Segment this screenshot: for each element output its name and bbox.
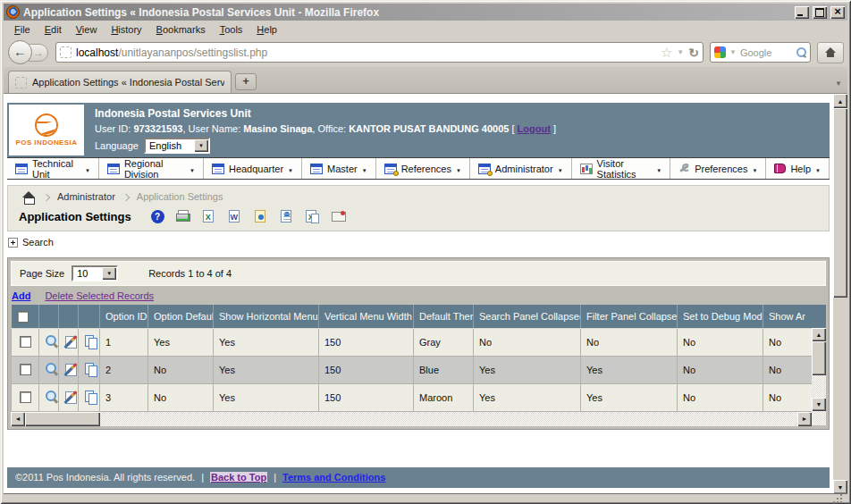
maximize-button[interactable] [813,6,827,19]
menu-tools[interactable]: Tools [213,22,250,37]
chevron-right-icon [122,193,130,200]
back-button[interactable]: ← [8,40,32,64]
cell: Yes [148,328,214,356]
scroll-right-icon[interactable]: ► [797,412,812,426]
horizontal-scroll-thumb[interactable] [25,412,100,426]
menu-edit[interactable]: Edit [38,22,69,37]
search-magnifier-icon[interactable] [796,47,806,57]
cell: Blue [414,356,474,383]
export-word-icon[interactable] [227,209,242,223]
menu-headquarter[interactable]: Headquarter [204,158,302,179]
page-size-select[interactable]: 10 ▼ [72,265,118,281]
export-xml-icon[interactable] [253,209,268,223]
menu-technical-unit[interactable]: Technical Unit [7,158,99,179]
export-csv-icon[interactable] [305,209,320,223]
home-icon [825,47,837,58]
copy-icon[interactable] [84,334,97,348]
form-icon [107,164,120,174]
menu-master[interactable]: Master [302,158,376,179]
browser-menu-bar: File Edit View History Bookmarks Tools H… [4,21,847,38]
tab-application-settings[interactable]: Application Settings « Indonesia Postal … [8,71,232,93]
column-header: Show Ar [763,305,813,328]
user-info-line: User ID: 973321593, User Name: Masino Si… [95,123,830,134]
vertical-scroll-track[interactable] [812,375,826,398]
menu-preferences[interactable]: Preferences [670,158,766,179]
reload-icon[interactable]: ↻ [688,46,699,60]
page-viewport: POS INDONESIA Indonesia Postal Services … [4,94,833,494]
url-dropdown-icon[interactable]: ▼ [677,48,684,56]
edit-icon[interactable] [64,362,78,375]
scroll-up-icon[interactable]: ▲ [833,94,847,108]
title-panel: Administrator Application Settings Appli… [7,185,830,231]
breadcrumb-home-icon[interactable] [22,191,36,203]
delete-selected-link[interactable]: Delete Selected Records [45,290,154,301]
edit-icon[interactable] [64,390,78,403]
email-icon[interactable] [331,209,346,223]
search-panel-label[interactable]: Search [22,237,54,248]
minimize-button[interactable] [795,6,809,19]
scroll-left-icon[interactable]: ◄ [11,412,25,426]
row-checkbox[interactable] [20,336,31,348]
horizontal-scroll-track[interactable] [100,412,797,426]
search-input[interactable]: Google [740,47,793,58]
help-icon[interactable] [151,210,164,223]
view-icon[interactable] [45,390,58,403]
terms-and-conditions-link[interactable]: Terms and Conditions [282,472,385,483]
menu-help[interactable]: Help [766,158,830,179]
back-to-top-link[interactable]: Back to Top [210,472,267,483]
form-icon [310,164,323,174]
url-path: /unitlayananpos/settingslist.php [118,46,267,59]
vertical-scroll-thumb[interactable] [812,341,826,375]
language-select-arrow-icon[interactable]: ▼ [194,139,208,152]
chevron-down-icon [362,164,367,174]
list-all-tabs-icon[interactable]: ▼ [835,80,842,88]
cell: Yes [214,383,319,411]
menu-help[interactable]: Help [249,22,284,37]
menu-history[interactable]: History [104,22,148,37]
view-icon[interactable] [45,362,58,375]
export-excel-icon[interactable] [201,209,216,223]
breadcrumb-administrator[interactable]: Administrator [57,191,115,202]
menu-references[interactable]: References [376,158,470,179]
home-button[interactable] [817,42,844,63]
url-bar[interactable]: localhost/unitlayananpos/settingslist.ph… [55,42,704,63]
new-tab-button[interactable]: + [235,73,257,90]
menu-bookmarks[interactable]: Bookmarks [149,22,213,37]
add-link[interactable]: Add [12,290,30,301]
search-box[interactable]: ▼ Google [710,42,811,63]
gear-icon [487,171,493,176]
page-size-arrow-icon[interactable]: ▼ [102,267,116,280]
column-header: Option ID [100,305,148,328]
url-text[interactable]: localhost/unitlayananpos/settingslist.ph… [76,46,656,59]
expand-plus-icon[interactable] [8,238,18,248]
print-icon[interactable] [175,209,190,223]
language-select[interactable]: English ▼ [144,138,210,154]
cell: Yes [581,383,678,411]
menu-regional-division[interactable]: Regional Division [99,158,204,179]
edit-icon[interactable] [64,334,78,348]
row-checkbox[interactable] [20,364,31,375]
search-expander-row: Search [8,234,830,250]
copy-icon[interactable] [84,362,97,375]
menu-view[interactable]: View [69,22,105,37]
table-zone: Option ID Option Default Show Horizontal… [11,305,826,426]
cell: 150 [319,356,414,383]
copy-icon[interactable] [84,390,97,403]
search-engine-dropdown-icon[interactable]: ▼ [729,48,737,56]
menu-file[interactable]: File [7,22,38,37]
close-button[interactable] [830,6,845,19]
scroll-down-icon[interactable]: ▼ [812,398,826,411]
window-title: Application Settings « Indonesia Postal … [23,6,791,19]
logout-link[interactable]: Logout [518,123,551,134]
select-all-checkbox[interactable] [17,311,29,323]
export-html-icon[interactable] [279,209,294,223]
resize-grip[interactable] [840,494,842,496]
scroll-down-icon[interactable]: ▼ [833,480,847,494]
row-checkbox[interactable] [20,391,31,403]
menu-visitor-statistics[interactable]: Visitor Statistics [572,158,671,179]
view-icon[interactable] [45,334,58,348]
browser-scroll-thumb[interactable] [833,108,847,298]
menu-administrator[interactable]: Administrator [470,158,572,179]
scroll-up-icon[interactable]: ▲ [812,328,826,341]
bookmark-star-icon[interactable]: ☆ [661,46,672,59]
